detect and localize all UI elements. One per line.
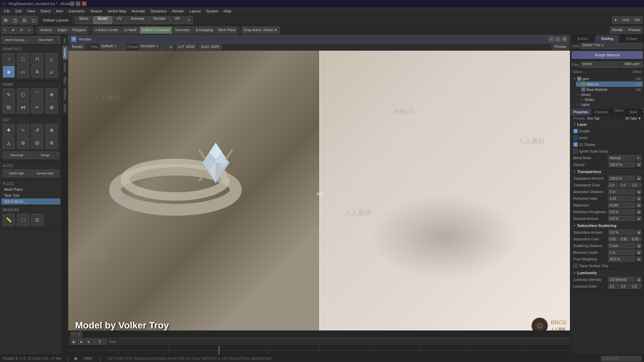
refraction-roughness-value[interactable]: 0.0 % <box>608 209 635 215</box>
add-tab-button[interactable]: + <box>185 16 193 24</box>
shader-gem-row[interactable]: ▼ gem (all) <box>572 76 643 81</box>
draw-mirror[interactable]: ⊞ <box>46 101 58 113</box>
minimize-button[interactable]: ─ <box>70 1 74 6</box>
layer-section-header[interactable]: ▼ Layer <box>571 121 644 128</box>
menu-texture[interactable]: Texture <box>88 8 105 14</box>
add-layer-btn[interactable]: Add Layer <box>621 62 643 68</box>
measure-tape[interactable]: 〇 <box>17 214 29 226</box>
command-input[interactable]: Command <box>601 356 641 361</box>
absorption-value[interactable]: 0 m <box>608 189 635 194</box>
stitch-mesh-item[interactable]: Stitch Mesh _ <box>1 198 60 204</box>
side-tab-deform[interactable]: Deform <box>62 46 68 60</box>
assign-material-btn[interactable]: Assign Material <box>572 51 643 59</box>
max-depth-stepper[interactable]: ▲ <box>637 250 641 255</box>
draw-cut[interactable]: ✂ <box>31 101 43 113</box>
draw-poly[interactable]: ⬠ <box>17 88 29 101</box>
groups-tab[interactable]: Groups <box>620 35 644 42</box>
split-handle[interactable] <box>317 191 322 197</box>
vertices-btn[interactable]: Vertices <box>38 26 55 34</box>
tab-render[interactable]: Render <box>149 16 170 24</box>
view-select[interactable]: Shader Tree ▼ <box>581 43 643 49</box>
enable-checkbox[interactable]: ✓ <box>573 129 578 133</box>
primitive-capsule[interactable]: ⊔ <box>46 66 58 78</box>
subsurface-amount-stepper[interactable]: ▲ <box>637 230 641 235</box>
ubersnap-btn[interactable]: UberSnap <box>3 152 31 159</box>
measure-3d[interactable]: ⊡ <box>31 214 43 226</box>
snapping-btn[interactable]: ⊛ Snapping <box>193 26 215 34</box>
shading-tab[interactable]: Shading <box>595 35 620 42</box>
tab-modo[interactable]: Modo <box>75 16 93 24</box>
mesh-cleanup-btn[interactable]: Mesh Cleanup... <box>1 36 31 44</box>
transparent-amount-stepper[interactable]: ▲ <box>637 176 641 181</box>
work-plane-btn[interactable]: Work Plane <box>216 26 238 34</box>
luminosity-section-header[interactable]: ▼ Luminosity <box>571 269 644 276</box>
pointer-icon[interactable]: ↖ <box>1 26 9 34</box>
star-icon[interactable]: ★ <box>612 16 620 24</box>
timeline-stop-btn[interactable]: ■ <box>78 339 84 345</box>
menu-dynamics[interactable]: Dynamics <box>148 8 169 14</box>
render-btn[interactable]: Render <box>610 26 626 34</box>
timeline-record-btn[interactable]: ● <box>86 339 92 345</box>
menu-render[interactable]: Render <box>169 8 187 14</box>
primitive-cylinder[interactable]: ⊓ <box>31 53 43 65</box>
primitive-cube[interactable]: □ <box>17 53 29 65</box>
shader-lights-row[interactable]: ▷ Lights <box>576 102 643 107</box>
shader-nodes-row[interactable]: ▷ Nodes <box>580 97 643 102</box>
luminous-b[interactable]: 1.0 <box>631 284 641 289</box>
transparent-r[interactable]: 1.0 <box>608 182 619 188</box>
transparent-b[interactable]: 1.0 <box>631 182 641 188</box>
menu-animate[interactable]: Animate <box>129 8 148 14</box>
draw-curve[interactable]: ⌒ <box>31 88 43 101</box>
transform-icon[interactable]: ⊕ <box>9 26 17 34</box>
primitive-sphere[interactable]: ○ <box>3 53 15 65</box>
front-weighting-stepper[interactable]: ▲ <box>637 257 641 261</box>
menu-select[interactable]: Select <box>38 8 53 14</box>
primitive-cone[interactable]: △ <box>46 53 58 65</box>
shader-library-row[interactable]: ▷ Library <box>576 92 643 97</box>
draw-add[interactable]: ⊕ <box>46 88 58 101</box>
luminous-g[interactable]: 1.0 <box>620 284 630 289</box>
edit-weld[interactable]: ⊛ <box>46 137 58 149</box>
subsurface-g[interactable]: 0.91 <box>620 236 630 242</box>
edges-btn[interactable]: Edges <box>55 26 69 34</box>
dispersion-value[interactable]: 0.044 <box>608 202 635 208</box>
falloff-btn[interactable]: ◎ Falloff <box>121 26 139 34</box>
layout-icon-1[interactable]: ⊞ <box>1 16 10 24</box>
vertex-tab[interactable]: Vertex ... <box>611 109 627 116</box>
layout-icon-4[interactable]: ◻ <box>30 16 38 24</box>
all-tabs-tab[interactable]: All Tabs ▼ <box>640 109 644 116</box>
luminous-intensity-stepper[interactable]: ▲ <box>637 277 641 282</box>
menu-help[interactable]: Help <box>221 8 234 14</box>
draw-join[interactable]: ⋈ <box>17 101 29 113</box>
render-win-maximize[interactable]: □ <box>555 37 560 42</box>
tack-tool-item[interactable]: Tack Tool <box>1 192 60 198</box>
side-tab-double[interactable]: Double <box>62 61 68 74</box>
spread-align-btn[interactable]: Spread Align <box>31 170 59 177</box>
scattering-stepper[interactable]: ▲ <box>637 243 641 248</box>
primitive-torus[interactable]: ◉ <box>3 66 15 78</box>
absorption-stepper[interactable]: ▲ <box>637 189 641 194</box>
render-win-minimize[interactable]: ─ <box>548 37 554 42</box>
menu-system[interactable]: System <box>203 8 221 14</box>
render-win-close[interactable]: ✕ <box>562 37 567 42</box>
all-tabs-label[interactable]: All Tabs ▼ <box>625 117 641 120</box>
measure-ruler[interactable]: 📏 <box>3 214 15 226</box>
refractive-value[interactable]: 2.42 <box>608 196 635 201</box>
render-render-btn[interactable]: Render <box>70 44 86 50</box>
render-lut-btn[interactable]: LUT sRGB <box>176 44 197 50</box>
same-surface-checkbox[interactable] <box>573 263 578 268</box>
menu-edit[interactable]: Edit <box>13 8 24 14</box>
dispersion-stepper[interactable]: ▲ <box>637 203 641 207</box>
gl-display-checkbox[interactable]: ✓ <box>573 142 578 147</box>
side-tab-curve[interactable]: Curve <box>62 102 68 114</box>
drop-action-btn[interactable]: Drop Action: (None) ▼ <box>241 26 280 34</box>
action-center-btn[interactable]: ⊙ Action Center <box>92 26 121 34</box>
scattering-distance-value[interactable]: 5 mm <box>608 243 635 248</box>
properties-tab[interactable]: Properties <box>571 109 592 116</box>
timeline-content[interactable] <box>68 346 570 355</box>
tab-vr[interactable]: VR <box>170 16 184 24</box>
ignore-scale-checkbox[interactable] <box>573 149 578 154</box>
time-display[interactable]: 0 <box>93 339 106 345</box>
render-preview-btn[interactable]: Preview <box>552 44 569 50</box>
preview-btn[interactable]: Preview <box>626 26 643 34</box>
